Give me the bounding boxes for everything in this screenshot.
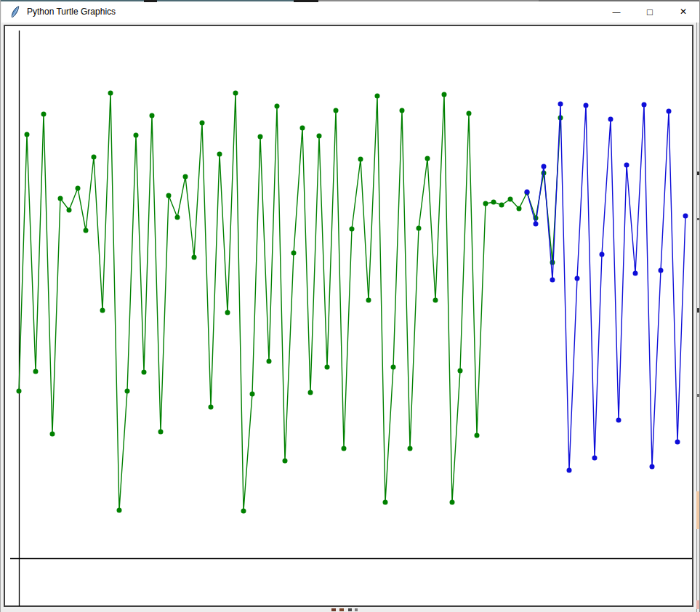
screen-edge-artifact [355,608,358,611]
screen-edge-artifact [697,308,700,313]
minimize-button[interactable]: — [600,1,633,23]
top-border-segment [294,0,318,2]
screen-edge-artifact [339,608,344,611]
maximize-button[interactable]: □ [633,1,667,23]
top-border-segment [539,0,700,1]
screen-edge-artifact [696,491,700,529]
screen-edge-artifact [697,394,700,397]
screen-edge-artifact [697,218,700,220]
screen-edge-artifact [331,608,336,611]
top-border-segment [1,0,318,1]
window-title: Python Turtle Graphics [27,7,116,17]
screen-edge-artifact [697,172,700,175]
window-top-border [1,0,700,1]
tk-feather-icon [10,6,21,18]
screen-edge-artifact [348,608,352,611]
window-controls: — □ ✕ [600,1,700,23]
top-border-segment [144,0,157,2]
titlebar[interactable]: Python Turtle Graphics — □ ✕ [1,1,700,23]
turtle-canvas [4,25,693,607]
turtle-graphics-window: Python Turtle Graphics — □ ✕ [0,0,700,612]
screen-edge-artifact [696,600,700,609]
top-border-segment [318,0,539,1]
close-button[interactable]: ✕ [667,1,700,23]
